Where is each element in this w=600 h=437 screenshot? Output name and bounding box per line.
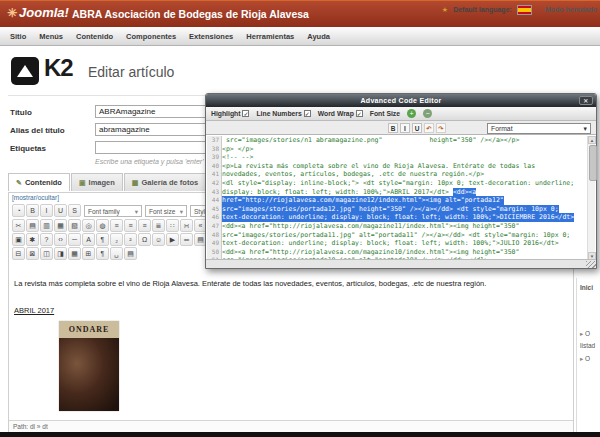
code-line[interactable]: 40<p>La revista más completa sobre el vi… (207, 162, 595, 171)
copy-button[interactable]: ▤ (26, 219, 39, 232)
dialog-title-bar[interactable]: Advanced Code Editor ✕ (206, 94, 596, 107)
code-text: <dl style="display: inline-block;"> <dt … (222, 179, 574, 188)
resize-grip[interactable] (586, 261, 596, 268)
find-button[interactable]: ◎ (82, 219, 95, 232)
bold-button[interactable]: B (388, 123, 398, 133)
tab-item[interactable]: ▦ Galería de fotos (124, 173, 206, 191)
cell-props-button[interactable]: ▦ (68, 247, 81, 260)
subscript-button[interactable]: ₂ (110, 233, 123, 246)
scrollbar-thumb[interactable] (589, 145, 597, 181)
code-line[interactable]: 48src="images/stories/portada11.jpg" alt… (207, 231, 595, 240)
checkbox-icon[interactable] (356, 110, 363, 117)
menu-item[interactable]: Herramientas (246, 32, 294, 41)
align-center-button[interactable]: ≡ (124, 219, 137, 232)
font-size-dropdown[interactable]: Font size▾ (145, 205, 187, 217)
font-family-dropdown[interactable]: Font family▾ (84, 205, 142, 217)
undo-button[interactable]: ↶ (424, 123, 434, 133)
admin-menubar: SitioMenúsContenidoComponentesExtensione… (0, 27, 600, 46)
code-line[interactable]: 38<p> </p> (207, 145, 595, 154)
strikethrough-button[interactable]: S (68, 204, 81, 217)
magazine-cover-image[interactable]: ONDARE (59, 321, 119, 411)
row1-buttons: ◔BIUS (12, 204, 81, 217)
unordered-list-button[interactable]: ∷ (166, 219, 179, 232)
redo-button[interactable]: ↷ (436, 123, 446, 133)
paste-word-button[interactable]: ▧ (68, 219, 81, 232)
menu-item[interactable]: Contenido (76, 32, 113, 41)
code-line[interactable]: 45src="images/stories/portada12.jpg" hei… (207, 205, 595, 214)
legacy-mode-label: Modo heredado (545, 6, 597, 13)
font-size-increase-button[interactable]: + (407, 109, 416, 118)
code-line[interactable]: 41novedades, eventos, artículos, bodegas… (207, 170, 595, 179)
menu-item[interactable]: Ayuda (307, 32, 330, 41)
emotions-button[interactable]: ☺ (152, 233, 165, 246)
visualchars-button[interactable]: ¶ (96, 247, 109, 260)
checkbox-icon[interactable] (242, 110, 249, 117)
align-left-button[interactable]: ≡ (110, 219, 123, 232)
delete-row-button[interactable]: ⊠ (26, 247, 39, 260)
help-button[interactable]: ? (40, 233, 53, 246)
code-area[interactable]: 37 src="images/stories/n1 abramagazine.p… (207, 136, 595, 260)
panel-item[interactable]: O (580, 355, 590, 363)
tab-item[interactable]: ✎ Contenido (8, 173, 70, 191)
cut-button[interactable]: ✂ (12, 219, 25, 232)
spanish-flag-icon[interactable] (517, 5, 532, 15)
merge-cells-button[interactable]: ◫ (40, 247, 53, 260)
paste-button[interactable]: ▥ (40, 219, 53, 232)
ordered-list-button[interactable]: ∺ (180, 219, 193, 232)
nonbreaking-button[interactable]: ␣ (110, 247, 123, 260)
line-number: 50 (207, 248, 222, 257)
bold-button[interactable]: B (26, 204, 39, 217)
code-line[interactable]: 47<dd><a href="http://riojalavesa.com/ma… (207, 222, 595, 231)
code-line[interactable]: 49text-decoration: underline; display: b… (207, 239, 595, 248)
align-justify-button[interactable]: ≣ (152, 219, 165, 232)
joomla-logo: ✳Joomla! (7, 5, 69, 20)
superscript-button[interactable]: ² (124, 233, 137, 246)
underline-button[interactable]: U (54, 204, 67, 217)
panel-item[interactable]: listad (580, 342, 595, 349)
menu-item[interactable]: Componentes (126, 32, 176, 41)
menu-item[interactable]: Menús (39, 32, 63, 41)
table-props-button[interactable]: ⊞ (82, 247, 95, 260)
tab-icon: ▦ (132, 179, 139, 187)
insert-row-button[interactable]: ⊟ (12, 247, 25, 260)
tab-item[interactable]: ▣ Imagen (71, 173, 123, 191)
find-replace-button[interactable]: ◍ (96, 219, 109, 232)
code-line[interactable]: 39<!-- --> (207, 153, 595, 162)
dialog-options-toolbar: Highlight Line Numbers Word Wrap Font Si… (206, 107, 596, 121)
code-scrollbar[interactable]: ▲ ▼ (587, 136, 595, 260)
code-line[interactable]: 42<dl style="display: inline-block;"> <d… (207, 179, 595, 188)
close-button[interactable]: ✕ (579, 96, 593, 105)
font-size-decrease-button[interactable]: − (423, 109, 432, 118)
advhr-button[interactable]: ═ (180, 233, 193, 246)
media-button[interactable]: ▶ (166, 233, 179, 246)
hr-button[interactable]: ─ (68, 233, 81, 246)
editor-content-area[interactable]: La revista más completa sobre el vino de… (10, 261, 572, 420)
italic-button[interactable]: I (40, 204, 53, 217)
code-button[interactable]: ‹› (54, 233, 67, 246)
checkbox-icon[interactable] (304, 110, 311, 117)
paste-text-button[interactable]: ▦ (54, 219, 67, 232)
code-line[interactable]: 46text-decoration: underline; display: b… (207, 213, 595, 222)
scroll-up-arrow[interactable]: ▲ (588, 136, 596, 144)
charmap-button[interactable]: Ω (138, 233, 151, 246)
code-line[interactable]: 44href="http://riojalavesa.com/magazine1… (207, 196, 595, 205)
toggle-editor-link[interactable]: [mostrar/ocultar] (12, 194, 59, 201)
image-button[interactable]: ▣ (12, 233, 25, 246)
code-line[interactable]: 50<dd><a href="http://riojalavesa.com/ma… (207, 248, 595, 257)
italic-button[interactable]: I (400, 123, 410, 133)
code-text: <dd><a href="http://riojalavesa.com/maga… (222, 222, 519, 231)
menu-item[interactable]: Extensiones (189, 32, 233, 41)
menu-item[interactable]: Sitio (10, 32, 26, 41)
remove-format-button[interactable]: A (82, 233, 95, 246)
code-line[interactable]: 43display: block; float: left; width: 10… (207, 188, 595, 197)
align-right-button[interactable]: ≡ (138, 219, 151, 232)
format-dropdown[interactable]: Format▾ (487, 123, 591, 134)
visualaid-button[interactable]: ¶ (96, 233, 109, 246)
underline-button[interactable]: U (412, 123, 422, 133)
cleanup-button[interactable]: ✱ (26, 233, 39, 246)
split-cells-button[interactable]: ◨ (54, 247, 67, 260)
code-line[interactable]: 37 src="images/stories/n1 abramagazine.p… (207, 136, 595, 145)
template-button[interactable]: ▤ (124, 247, 137, 260)
about-button[interactable]: ◔ (12, 204, 25, 217)
panel-item[interactable]: O (580, 330, 590, 338)
